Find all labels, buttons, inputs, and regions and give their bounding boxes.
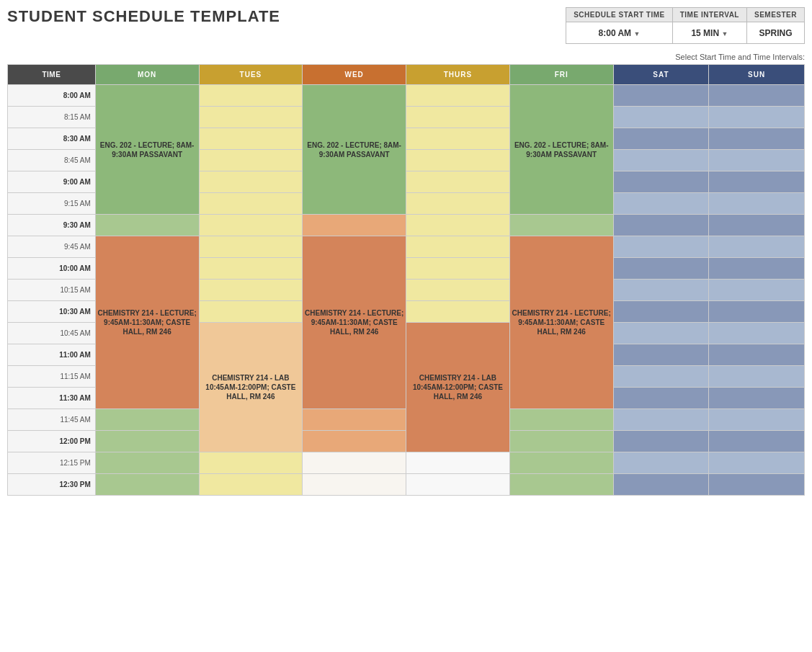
- empty-cell: [509, 431, 613, 452]
- empty-cell: [709, 236, 805, 258]
- time-label: 8:30 AM: [8, 128, 96, 150]
- event-cell: CHEMISTRY 214 - LECTURE; 9:45AM-11:30AM;…: [95, 236, 199, 409]
- empty-cell: [613, 150, 709, 171]
- empty-cell: [95, 431, 199, 452]
- start-time-select[interactable]: 8:00 AM ▼: [566, 22, 673, 44]
- empty-cell: [406, 280, 510, 301]
- empty-cell: [303, 409, 406, 431]
- empty-cell: [613, 409, 709, 431]
- empty-cell: [613, 323, 709, 344]
- empty-cell: [613, 474, 709, 496]
- time-label: 10:00 AM: [8, 258, 96, 280]
- table-row: 11:45 AM: [8, 409, 805, 431]
- header-thurs: THURS: [406, 65, 510, 85]
- table-row: 12:30 PM: [8, 474, 805, 496]
- time-label: 8:00 AM: [8, 85, 96, 107]
- empty-cell: [709, 215, 805, 236]
- time-label: 10:45 AM: [8, 323, 96, 344]
- empty-cell: [709, 388, 805, 409]
- empty-cell: [613, 452, 709, 474]
- empty-cell: [95, 474, 199, 496]
- header-wed: WED: [303, 65, 406, 85]
- time-label: 10:30 AM: [8, 301, 96, 323]
- time-label: 11:30 AM: [8, 388, 96, 409]
- time-label: 11:45 AM: [8, 409, 96, 431]
- time-label: 11:15 AM: [8, 366, 96, 388]
- col2-header: TIME INTERVAL: [672, 8, 746, 22]
- table-row: 8:00 AMENG. 202 - LECTURE; 8AM-9:30AM PA…: [8, 85, 805, 107]
- empty-cell: [709, 280, 805, 301]
- page-header: STUDENT SCHEDULE TEMPLATE SCHEDULE START…: [7, 7, 805, 47]
- time-interval-arrow: ▼: [721, 30, 728, 37]
- empty-cell: [199, 85, 303, 107]
- empty-cell: [613, 85, 709, 107]
- empty-cell: [709, 193, 805, 215]
- empty-cell: [613, 107, 709, 128]
- controls-table: SCHEDULE START TIME TIME INTERVAL SEMEST…: [566, 7, 805, 44]
- empty-cell: [709, 344, 805, 366]
- empty-cell: [709, 366, 805, 388]
- empty-cell: [709, 85, 805, 107]
- empty-cell: [709, 150, 805, 171]
- empty-cell: [613, 171, 709, 193]
- empty-cell: [199, 215, 303, 236]
- header-tues: TUES: [199, 65, 303, 85]
- controls-area: SCHEDULE START TIME TIME INTERVAL SEMEST…: [566, 7, 805, 47]
- event-cell: CHEMISTRY 214 - LECTURE; 9:45AM-11:30AM;…: [303, 236, 406, 409]
- header-row: TIME MON TUES WED THURS FRI SAT SUN: [8, 65, 805, 85]
- empty-cell: [199, 301, 303, 323]
- empty-cell: [406, 128, 510, 150]
- empty-cell: [709, 431, 805, 452]
- event-cell: CHEMISTRY 214 - LECTURE; 9:45AM-11:30AM;…: [509, 236, 613, 409]
- empty-cell: [406, 193, 510, 215]
- table-row: 12:00 PM: [8, 431, 805, 452]
- empty-cell: [199, 193, 303, 215]
- event-cell: CHEMISTRY 214 - LAB 10:45AM-12:00PM; CAS…: [199, 323, 303, 452]
- empty-cell: [303, 215, 406, 236]
- time-label: 12:00 PM: [8, 431, 96, 452]
- time-label: 9:45 AM: [8, 236, 96, 258]
- empty-cell: [509, 474, 613, 496]
- time-label: 9:15 AM: [8, 193, 96, 215]
- empty-cell: [709, 128, 805, 150]
- header-fri: FRI: [509, 65, 613, 85]
- empty-cell: [95, 452, 199, 474]
- time-label: 8:45 AM: [8, 150, 96, 171]
- event-cell: ENG. 202 - LECTURE; 8AM-9:30AM PASSAVANT: [303, 85, 406, 215]
- empty-cell: [95, 409, 199, 431]
- empty-cell: [709, 258, 805, 280]
- empty-cell: [199, 150, 303, 171]
- empty-cell: [303, 474, 406, 496]
- empty-cell: [709, 409, 805, 431]
- time-label: 9:00 AM: [8, 171, 96, 193]
- header-sun: SUN: [709, 65, 805, 85]
- event-cell: ENG. 202 - LECTURE; 8AM-9:30AM PASSAVANT: [95, 85, 199, 215]
- empty-cell: [613, 388, 709, 409]
- empty-cell: [613, 344, 709, 366]
- time-label: 9:30 AM: [8, 215, 96, 236]
- time-label: 8:15 AM: [8, 107, 96, 128]
- empty-cell: [613, 366, 709, 388]
- time-label: 10:15 AM: [8, 280, 96, 301]
- header-time: TIME: [8, 65, 96, 85]
- event-cell: ENG. 202 - LECTURE; 8AM-9:30AM PASSAVANT: [509, 85, 613, 215]
- empty-cell: [406, 150, 510, 171]
- time-label: 12:30 PM: [8, 474, 96, 496]
- empty-cell: [406, 236, 510, 258]
- header-mon: MON: [95, 65, 199, 85]
- empty-cell: [199, 128, 303, 150]
- empty-cell: [303, 452, 406, 474]
- start-time-arrow: ▼: [633, 30, 640, 37]
- empty-cell: [199, 452, 303, 474]
- empty-cell: [406, 258, 510, 280]
- time-interval-select[interactable]: 15 MIN ▼: [672, 22, 746, 44]
- empty-cell: [406, 452, 510, 474]
- empty-cell: [199, 107, 303, 128]
- empty-cell: [613, 236, 709, 258]
- table-row: 9:45 AMCHEMISTRY 214 - LECTURE; 9:45AM-1…: [8, 236, 805, 258]
- empty-cell: [613, 193, 709, 215]
- empty-cell: [509, 215, 613, 236]
- empty-cell: [613, 215, 709, 236]
- empty-cell: [509, 409, 613, 431]
- table-row: 12:15 PM: [8, 452, 805, 474]
